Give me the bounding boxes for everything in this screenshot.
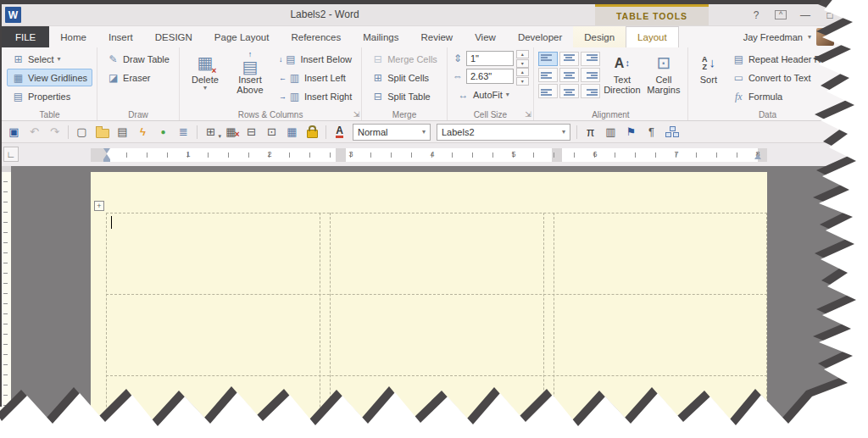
tab-insert[interactable]: Insert <box>97 26 144 47</box>
repeat-header-rows-button[interactable]: ▤ Repeat Header Rows <box>727 50 843 68</box>
tab-stop-selector[interactable]: ∟ <box>3 147 19 162</box>
tab-page-layout[interactable]: Page Layout <box>203 26 281 47</box>
left-indent-marker[interactable] <box>103 159 110 162</box>
delete-cells-button[interactable]: ▦× <box>221 124 241 141</box>
select-caret-icon: ▾ <box>58 55 61 63</box>
autoformat-button[interactable]: ϟ <box>133 124 153 141</box>
align-center-left-button[interactable] <box>538 68 558 82</box>
align-center-button[interactable] <box>559 68 579 82</box>
maximize-button[interactable]: □ <box>824 9 836 21</box>
goto-flag-button[interactable]: ⚑ <box>621 124 641 141</box>
tab-view[interactable]: View <box>464 26 507 47</box>
org-chart-button[interactable] <box>662 124 682 141</box>
align-top-center-button[interactable] <box>559 52 579 66</box>
tab-mailings[interactable]: Mailings <box>352 26 409 47</box>
rows-columns-dialog-launcher[interactable]: ⇲ <box>353 111 360 119</box>
align-top-right-button[interactable] <box>581 52 600 66</box>
style-combo[interactable]: Normal ▾ <box>353 124 431 141</box>
record-macro-button[interactable]: ● <box>153 124 173 141</box>
view-gridlines-button[interactable]: ▦ View Gridlines <box>7 69 92 86</box>
align-bottom-right-button[interactable] <box>581 84 600 98</box>
chart-button[interactable]: ▦ <box>282 124 302 141</box>
tab-table-layout[interactable]: Layout <box>626 26 679 47</box>
delete-button[interactable]: ▦ × Delete ▾ <box>184 50 226 94</box>
outline-view-button[interactable]: ≣ <box>174 124 193 141</box>
open-button[interactable] <box>92 124 112 141</box>
open-folder-icon <box>96 129 109 138</box>
format-pen-button[interactable]: A <box>330 124 349 141</box>
align-center-right-button[interactable] <box>581 68 600 82</box>
text-cursor <box>111 216 112 229</box>
tab-review[interactable]: Review <box>409 26 464 47</box>
table-style-combo[interactable]: Labels2 ▾ <box>437 124 570 141</box>
tab-developer[interactable]: Developer <box>507 26 573 47</box>
table-move-handle[interactable]: + <box>94 201 104 211</box>
first-line-indent-marker[interactable] <box>103 148 110 153</box>
row-height-down-button[interactable]: ▾ <box>516 59 529 68</box>
help-button[interactable]: ? <box>750 9 762 21</box>
column-width-input[interactable]: 2.63" <box>466 69 514 84</box>
merge-cells-button[interactable]: ⊟ Merge Cells <box>366 50 442 68</box>
row-height-input[interactable]: 1" <box>466 51 514 66</box>
ribbon-display-options-button[interactable]: ^ <box>775 10 787 19</box>
insert-cells-button[interactable]: ⊟ <box>242 124 261 141</box>
sort-button[interactable]: AZ ↓ Sort <box>693 50 725 86</box>
tab-file[interactable]: FILE <box>2 26 49 47</box>
borders-button[interactable]: ⊡ <box>262 124 281 141</box>
gridlines-icon: ▦ <box>12 73 25 83</box>
align-bottom-center-button[interactable] <box>559 84 579 98</box>
table-gridline <box>543 213 544 438</box>
table-gridline <box>106 375 767 376</box>
edit-document-button[interactable]: ▤ <box>113 124 132 141</box>
insert-right-button[interactable]: → ▥ Insert Right <box>274 87 357 105</box>
insert-below-button[interactable]: ↓ ▤ Insert Below <box>274 50 357 68</box>
minimize-button[interactable]: — <box>799 9 811 21</box>
tab-home[interactable]: Home <box>49 26 97 47</box>
tab-references[interactable]: References <box>280 26 352 47</box>
column-width-icon: ⇔ <box>452 70 464 82</box>
lock-icon <box>307 130 318 138</box>
group-cell-size: ⇕ 1" ▴ ▾ ⇔ 2.63" ▴ ▾ ↔ <box>448 47 534 120</box>
insert-left-button[interactable]: ← ▥ Insert Left <box>274 69 357 86</box>
lock-button[interactable] <box>303 124 322 141</box>
undo-button[interactable]: ↶ <box>25 124 44 141</box>
cell-size-dialog-launcher[interactable]: ⇲ <box>525 111 531 119</box>
user-menu-caret-icon[interactable]: ▾ <box>808 33 811 41</box>
autofit-button[interactable]: ↔ AutoFit ▾ <box>452 86 529 103</box>
draw-table-button[interactable]: ✎ Draw Table <box>102 50 175 68</box>
formula-button[interactable]: fx Formula <box>727 87 843 105</box>
formatting-marks-button[interactable]: ¶ <box>642 124 661 141</box>
row-height-up-button[interactable]: ▴ <box>516 50 529 58</box>
group-rows-columns: ▦ × Delete ▾ ↑▤ Insert Above ↓ ▤ Insert … <box>180 47 362 120</box>
right-indent-marker[interactable] <box>754 154 761 159</box>
delete-caret-icon: ▾ <box>203 85 207 92</box>
insert-table-button[interactable]: ⊞ ▾ <box>201 124 220 141</box>
insert-below-icon: ▤ <box>284 54 297 64</box>
cell-margins-button[interactable]: ⊡ Cell Margins <box>644 50 683 97</box>
user-avatar[interactable] <box>816 28 834 46</box>
split-cells-button[interactable]: ⊞ Split Cells <box>366 69 442 86</box>
save-button[interactable]: ▣ <box>4 124 24 141</box>
document-page[interactable]: + <box>91 172 767 438</box>
convert-to-text-button[interactable]: ▭ Convert to Text <box>727 69 843 86</box>
ruler-number: 7 <box>674 150 678 158</box>
properties-button[interactable]: ▤ Properties <box>7 87 92 105</box>
column-width-up-button[interactable]: ▴ <box>516 68 529 76</box>
redo-button[interactable]: ↷ <box>45 124 64 141</box>
column-width-down-button[interactable]: ▾ <box>516 77 529 86</box>
align-top-left-button[interactable] <box>538 52 558 66</box>
tab-design[interactable]: DESIGN <box>144 26 203 47</box>
eraser-button[interactable]: ◪ Eraser <box>102 69 175 86</box>
text-direction-button[interactable]: A↕ Text Direction <box>603 50 642 97</box>
user-name[interactable]: Jay Freedman <box>743 32 803 42</box>
tab-table-design[interactable]: Design <box>573 26 626 47</box>
align-bottom-left-button[interactable] <box>538 84 558 98</box>
table-gridline <box>106 213 107 438</box>
equation-button[interactable]: π <box>581 124 600 141</box>
formula-fx-icon: fx <box>732 91 745 102</box>
select-button[interactable]: ⊞ Select ▾ <box>7 50 92 68</box>
page-setup-button[interactable]: ▥ <box>601 124 620 141</box>
insert-above-button[interactable]: ↑▤ Insert Above <box>229 50 271 97</box>
new-document-button[interactable]: ▢ <box>72 124 92 141</box>
split-table-button[interactable]: ⊟ Split Table <box>366 87 442 105</box>
